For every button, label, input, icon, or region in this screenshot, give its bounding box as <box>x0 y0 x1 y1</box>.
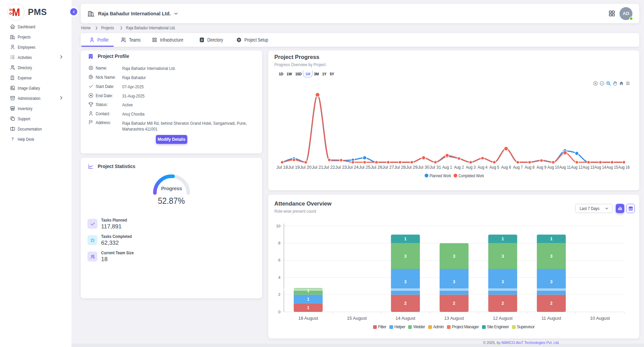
svg-text:Progress: Progress <box>161 185 182 191</box>
svg-text:3: 3 <box>501 254 504 259</box>
svg-text:2: 2 <box>404 301 407 306</box>
svg-text:Aug 14: Aug 14 <box>595 165 606 170</box>
svg-text:3: 3 <box>453 254 455 259</box>
svg-text:Aug 6: Aug 6 <box>501 165 511 170</box>
svg-text:8: 8 <box>278 241 280 245</box>
svg-text:Aug 2: Aug 2 <box>454 165 464 170</box>
svg-text:14 August: 14 August <box>396 316 416 321</box>
svg-text:4: 4 <box>278 275 281 280</box>
svg-text:Jul 30: Jul 30 <box>418 165 429 170</box>
svg-text:1: 1 <box>550 237 552 241</box>
svg-text:Jul 29: Jul 29 <box>406 165 418 170</box>
svg-text:Jul 19: Jul 19 <box>288 165 300 170</box>
svg-text:3: 3 <box>404 254 407 259</box>
svg-text:13 August: 13 August <box>444 316 464 321</box>
svg-text:3: 3 <box>550 254 552 259</box>
svg-text:1: 1 <box>307 305 309 310</box>
svg-text:16 August: 16 August <box>298 316 318 321</box>
svg-text:Jul 24: Jul 24 <box>347 165 359 170</box>
svg-text:Jul 22: Jul 22 <box>324 165 335 170</box>
svg-text:Jul 28: Jul 28 <box>394 165 406 170</box>
svg-text:3: 3 <box>404 280 407 284</box>
svg-text:Jul 26: Jul 26 <box>371 165 382 170</box>
svg-text:Jul 18: Jul 18 <box>276 165 288 170</box>
svg-text:Aug 10: Aug 10 <box>547 165 559 170</box>
svg-text:Aug 9: Aug 9 <box>536 165 546 170</box>
svg-text:Planned Work: Planned Work <box>430 173 451 178</box>
svg-text:Aug 5: Aug 5 <box>489 165 499 170</box>
svg-text:2: 2 <box>501 301 504 306</box>
svg-text:Jul 21: Jul 21 <box>312 165 323 170</box>
svg-text:Aug 4: Aug 4 <box>478 165 487 170</box>
svg-text:3: 3 <box>501 280 504 284</box>
svg-text:Aug 3: Aug 3 <box>466 165 476 170</box>
svg-text:M: M <box>12 6 20 18</box>
svg-text:Aug 11: Aug 11 <box>559 165 571 170</box>
svg-text:Aug 12: Aug 12 <box>571 165 583 170</box>
svg-text:Completed Work: Completed Work <box>458 173 484 178</box>
svg-text:2: 2 <box>278 292 280 297</box>
svg-text:Jul 27: Jul 27 <box>383 165 394 170</box>
svg-text:0: 0 <box>278 310 280 314</box>
svg-text:Aug 16: Aug 16 <box>618 165 630 170</box>
svg-text:1: 1 <box>404 237 407 241</box>
svg-text:10: 10 <box>276 224 280 228</box>
svg-text:Aug 1: Aug 1 <box>442 165 452 170</box>
svg-text:3: 3 <box>453 280 455 284</box>
svg-text:Jul 23: Jul 23 <box>335 165 347 170</box>
svg-text:Aug 8: Aug 8 <box>525 165 535 170</box>
svg-text:Aug 7: Aug 7 <box>513 165 523 170</box>
svg-text:Aug 15: Aug 15 <box>606 165 618 170</box>
svg-text:Jul 25: Jul 25 <box>359 165 370 170</box>
svg-text:6: 6 <box>278 258 280 262</box>
svg-text:11 August: 11 August <box>542 316 562 321</box>
svg-text:10 August: 10 August <box>590 316 610 321</box>
svg-text:Jul 31: Jul 31 <box>430 165 441 170</box>
svg-text:1: 1 <box>501 237 504 241</box>
svg-text:Aug 13: Aug 13 <box>583 165 594 170</box>
svg-text:Jul 20: Jul 20 <box>300 165 311 170</box>
svg-text:12 August: 12 August <box>493 316 513 321</box>
svg-text:15 August: 15 August <box>347 316 367 321</box>
svg-text:2: 2 <box>550 301 552 306</box>
svg-text:2: 2 <box>453 301 455 306</box>
svg-text:3: 3 <box>550 280 552 284</box>
svg-text:1: 1 <box>307 297 309 302</box>
